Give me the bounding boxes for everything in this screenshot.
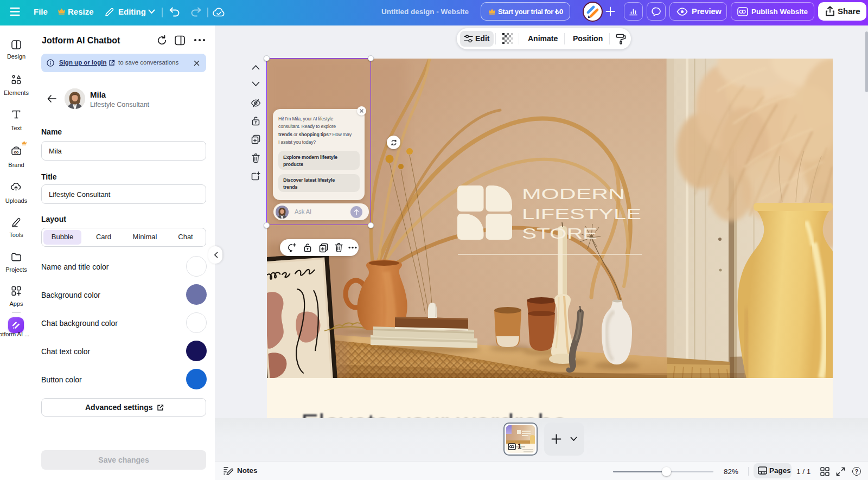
svg-text:LIFESTYLE: LIFESTYLE (522, 205, 641, 222)
svg-text:STORE: STORE (522, 225, 597, 242)
svg-text:co: co (14, 150, 19, 155)
svg-text:MODERN: MODERN (522, 185, 625, 202)
